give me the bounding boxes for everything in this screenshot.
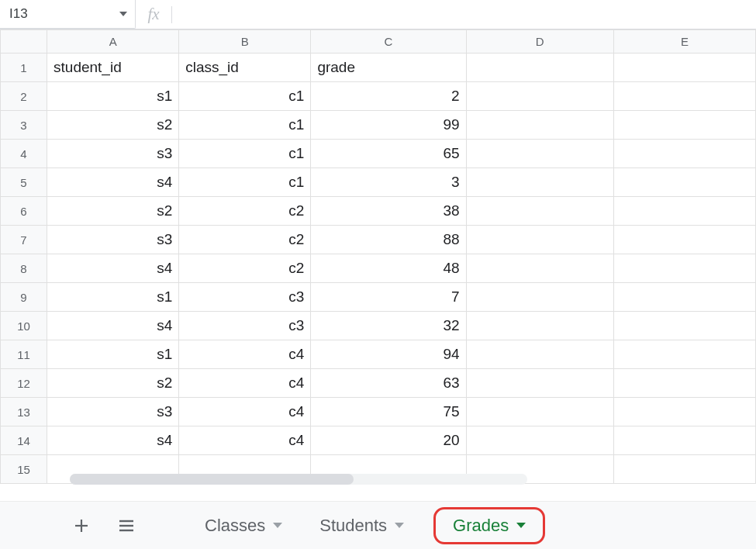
cell-D4[interactable]: [466, 140, 613, 168]
cell-D14[interactable]: [466, 426, 613, 455]
cell-B8[interactable]: c2: [179, 254, 311, 283]
all-sheets-button[interactable]: [115, 514, 138, 537]
cell-C10[interactable]: 32: [311, 312, 466, 340]
col-header-A[interactable]: A: [47, 30, 179, 54]
cell-A11[interactable]: s1: [47, 340, 179, 369]
row-header[interactable]: 14: [1, 426, 47, 455]
cell-B2[interactable]: c1: [179, 82, 311, 111]
scrollbar-thumb[interactable]: [70, 474, 354, 485]
cell-C12[interactable]: 63: [311, 369, 466, 398]
cell-E12[interactable]: [613, 369, 755, 398]
cell-A6[interactable]: s2: [47, 197, 179, 226]
cell-E7[interactable]: [613, 226, 755, 254]
formula-input[interactable]: [172, 0, 756, 29]
cell-E9[interactable]: [613, 283, 755, 312]
row-header[interactable]: 4: [1, 140, 47, 168]
cell-E3[interactable]: [613, 111, 755, 140]
cell-C7[interactable]: 88: [311, 226, 466, 254]
cell-E14[interactable]: [613, 426, 755, 455]
cell-B13[interactable]: c4: [179, 398, 311, 426]
cell-A12[interactable]: s2: [47, 369, 179, 398]
row-header[interactable]: 11: [1, 340, 47, 369]
cell-A1[interactable]: student_id: [47, 54, 179, 82]
cell-A3[interactable]: s2: [47, 111, 179, 140]
row-header[interactable]: 13: [1, 398, 47, 426]
cell-B12[interactable]: c4: [179, 369, 311, 398]
cell-D11[interactable]: [466, 340, 613, 369]
cell-E2[interactable]: [613, 82, 755, 111]
cell-C13[interactable]: 75: [311, 398, 466, 426]
cell-D10[interactable]: [466, 312, 613, 340]
cell-D1[interactable]: [466, 54, 613, 82]
cell-E10[interactable]: [613, 312, 755, 340]
row-header[interactable]: 2: [1, 82, 47, 111]
cell-C14[interactable]: 20: [311, 426, 466, 455]
tab-grades[interactable]: Grades: [433, 507, 545, 544]
cell-B10[interactable]: c3: [179, 312, 311, 340]
cell-E11[interactable]: [613, 340, 755, 369]
cell-C9[interactable]: 7: [311, 283, 466, 312]
cell-B4[interactable]: c1: [179, 140, 311, 168]
cell-B7[interactable]: c2: [179, 226, 311, 254]
cell-C1[interactable]: grade: [311, 54, 466, 82]
cell-A2[interactable]: s1: [47, 82, 179, 111]
cell-B5[interactable]: c1: [179, 168, 311, 197]
row-header[interactable]: 5: [1, 168, 47, 197]
add-sheet-button[interactable]: [70, 514, 93, 537]
cell-D3[interactable]: [466, 111, 613, 140]
col-header-C[interactable]: C: [311, 30, 466, 54]
cell-D13[interactable]: [466, 398, 613, 426]
cell-A10[interactable]: s4: [47, 312, 179, 340]
cell-C3[interactable]: 99: [311, 111, 466, 140]
cell-A8[interactable]: s4: [47, 254, 179, 283]
cell-E8[interactable]: [613, 254, 755, 283]
cell-D5[interactable]: [466, 168, 613, 197]
cell-C2[interactable]: 2: [311, 82, 466, 111]
tab-students[interactable]: Students: [312, 511, 412, 540]
cell-A13[interactable]: s3: [47, 398, 179, 426]
cell-D2[interactable]: [466, 82, 613, 111]
cell-D6[interactable]: [466, 197, 613, 226]
row-header[interactable]: 1: [1, 54, 47, 82]
name-box[interactable]: I13: [0, 0, 136, 29]
cell-B6[interactable]: c2: [179, 197, 311, 226]
cell-E4[interactable]: [613, 140, 755, 168]
cell-C5[interactable]: 3: [311, 168, 466, 197]
cell-D9[interactable]: [466, 283, 613, 312]
col-header-D[interactable]: D: [466, 30, 613, 54]
spreadsheet-grid[interactable]: A B C D E 1 student_id class_id grade 2 …: [0, 29, 756, 484]
cell-A4[interactable]: s3: [47, 140, 179, 168]
cell-A5[interactable]: s4: [47, 168, 179, 197]
cell-B3[interactable]: c1: [179, 111, 311, 140]
cell-B1[interactable]: class_id: [179, 54, 311, 82]
cell-C11[interactable]: 94: [311, 340, 466, 369]
cell-A7[interactable]: s3: [47, 226, 179, 254]
cell-C4[interactable]: 65: [311, 140, 466, 168]
cell-E6[interactable]: [613, 197, 755, 226]
row-header[interactable]: 3: [1, 111, 47, 140]
horizontal-scrollbar[interactable]: [70, 474, 527, 485]
cell-D12[interactable]: [466, 369, 613, 398]
cell-E1[interactable]: [613, 54, 755, 82]
row-header[interactable]: 15: [1, 455, 47, 484]
cell-E13[interactable]: [613, 398, 755, 426]
cell-D8[interactable]: [466, 254, 613, 283]
row-header[interactable]: 10: [1, 312, 47, 340]
cell-A14[interactable]: s4: [47, 426, 179, 455]
col-header-E[interactable]: E: [613, 30, 755, 54]
row-header[interactable]: 7: [1, 226, 47, 254]
cell-E15[interactable]: [613, 455, 755, 484]
row-header[interactable]: 9: [1, 283, 47, 312]
cell-A9[interactable]: s1: [47, 283, 179, 312]
cell-D7[interactable]: [466, 226, 613, 254]
col-header-B[interactable]: B: [179, 30, 311, 54]
tab-classes[interactable]: Classes: [197, 511, 290, 540]
cell-B14[interactable]: c4: [179, 426, 311, 455]
cell-B11[interactable]: c4: [179, 340, 311, 369]
row-header[interactable]: 6: [1, 197, 47, 226]
cell-B9[interactable]: c3: [179, 283, 311, 312]
cell-E5[interactable]: [613, 168, 755, 197]
row-header[interactable]: 12: [1, 369, 47, 398]
row-header[interactable]: 8: [1, 254, 47, 283]
select-all-corner[interactable]: [1, 30, 47, 54]
